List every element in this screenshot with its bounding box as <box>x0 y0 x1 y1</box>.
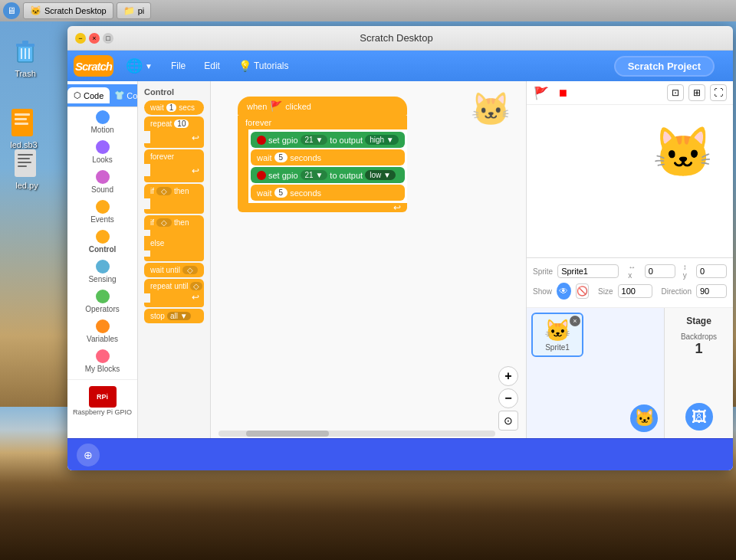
category-variables[interactable]: Variables <box>67 316 137 346</box>
zoom-in-button[interactable]: + <box>498 366 518 386</box>
stage-tab-panel: Stage Backdrops 1 🖼 <box>664 308 733 438</box>
palette-label: Control <box>141 86 207 98</box>
category-sensing[interactable]: Sensing <box>67 257 137 287</box>
taskbar-pi-item[interactable]: 📁 pi <box>117 2 152 19</box>
block-wait-5-2[interactable]: wait 5 seconds <box>251 185 405 201</box>
block-repeat-until[interactable]: repeat until ◇ ↩ <box>144 279 204 307</box>
file-menu-button[interactable]: File <box>165 57 192 74</box>
window-controls-left: − × □ <box>75 33 113 44</box>
code-tabs: ⬡ Code 👕 Costumes 🔊 Sounds <box>67 84 137 107</box>
category-motion[interactable]: Motion <box>67 107 137 137</box>
sprite-y-input[interactable] <box>696 264 727 278</box>
script-blocks: when 🚩 clicked forever <box>238 97 407 212</box>
block-forever[interactable]: forever ↩ <box>144 149 204 182</box>
menubar: Scratch 🌐 ▼ File Edit 💡 Tutorials <box>67 51 733 81</box>
trash-label: Trash <box>15 69 36 78</box>
hat-block-when-clicked[interactable]: when 🚩 clicked <box>238 97 407 116</box>
blocks-palette: Control wait 1 secs repeat 10 <box>138 81 211 438</box>
minimize-button[interactable]: − <box>75 33 86 44</box>
sprite-info-name-row: Sprite ↔ x ↕ y <box>533 263 727 280</box>
zoom-out-button[interactable]: − <box>498 388 518 408</box>
sprite-direction-input[interactable] <box>696 284 727 298</box>
hide-button[interactable]: 🚫 <box>576 283 589 299</box>
sprite1-thumb[interactable]: 🐱 Sprite1 × <box>531 313 583 357</box>
block-if-else[interactable]: if ◇ then else <box>144 215 204 261</box>
block-repeat[interactable]: repeat 10 ↩ <box>144 116 204 148</box>
forever-left-arm <box>238 129 248 203</box>
stage-canvas[interactable]: 🐱 <box>527 105 733 258</box>
sprite-info-panel: Sprite ↔ x ↕ y Show 👁 🚫 <box>527 258 733 308</box>
category-looks[interactable]: Looks <box>67 137 137 167</box>
stage-smaller-button[interactable]: ⊡ <box>667 84 684 101</box>
category-sound[interactable]: Sound <box>67 167 137 197</box>
svg-rect-1 <box>16 44 34 47</box>
rpi-icon-2 <box>257 171 266 180</box>
code-scrollbar[interactable] <box>219 431 495 437</box>
show-visible-button[interactable]: 👁 <box>557 283 571 300</box>
maximize-button[interactable]: □ <box>103 33 113 44</box>
stage-sprite-cat: 🐱 <box>652 124 714 182</box>
stage-bigger-button[interactable]: ⊞ <box>688 84 705 101</box>
block-wait-seconds[interactable]: wait 1 secs <box>144 100 204 115</box>
extension-bar: ⊕ <box>67 438 733 470</box>
green-flag-button[interactable]: 🚩 <box>533 84 550 101</box>
svg-rect-7 <box>15 113 30 116</box>
taskbar-scratch-item[interactable]: 🐱 Scratch Desktop <box>23 2 113 19</box>
events-dot <box>96 200 110 214</box>
block-stop-all[interactable]: stop all ▼ <box>144 309 204 323</box>
gpio-number-21-high: 21 ▼ <box>301 135 328 145</box>
add-sprite-button[interactable]: 🐱 <box>630 404 658 432</box>
scratch-window: − × □ Scratch Desktop Scratch 🌐 ▼ <box>67 26 733 470</box>
globe-menu-button[interactable]: 🌐 ▼ <box>120 54 159 77</box>
code-tab[interactable]: ⬡ Code <box>67 87 110 103</box>
script-stack: when 🚩 clicked forever <box>238 97 407 212</box>
add-backdrop-button[interactable]: 🖼 <box>685 403 713 431</box>
block-wait-5-1[interactable]: wait 5 seconds <box>251 149 405 165</box>
block-set-gpio-high[interactable]: set gpio 21 ▼ to output high ▼ <box>251 132 405 148</box>
backdrops-label: Backdrops <box>681 332 717 341</box>
forever-bottom-arrow: ↩ <box>393 202 401 213</box>
green-flag-icon: 🚩 <box>270 100 282 112</box>
stop-button[interactable]: ⏹ <box>554 84 571 101</box>
taskbar: 🖥 🐱 Scratch Desktop 📁 pi <box>0 0 736 21</box>
code-area[interactable]: when 🚩 clicked forever <box>211 81 526 438</box>
scratch-logo[interactable]: Scratch <box>74 55 113 77</box>
sprite-delete-button[interactable]: × <box>570 316 580 326</box>
trash-icon <box>9 35 41 67</box>
forever-block[interactable]: forever set gpio <box>238 116 407 212</box>
project-name-button[interactable]: Scratch Project <box>614 56 715 77</box>
category-gpio[interactable]: RPi Raspberry Pi GPIO <box>67 383 137 420</box>
svg-rect-13 <box>18 162 31 163</box>
gpio-icon: RPi <box>89 386 117 408</box>
add-extension-button[interactable]: ⊕ <box>77 444 100 467</box>
category-operators[interactable]: Operators <box>67 287 137 316</box>
sprite-size-input[interactable] <box>618 284 652 298</box>
taskbar-system-icon[interactable]: 🖥 <box>3 2 20 19</box>
costumes-tab[interactable]: 👕 Costumes <box>110 87 138 103</box>
stage-tab-button[interactable]: Stage <box>680 313 718 329</box>
close-button[interactable]: × <box>89 33 100 44</box>
python-file-icon <box>11 147 43 179</box>
block-wait-until[interactable]: wait until ◇ <box>144 263 204 277</box>
desktop-icon-led-py[interactable]: led.py <box>8 144 46 193</box>
backdrops-count: 1 <box>695 341 702 357</box>
category-events[interactable]: Events <box>67 197 137 227</box>
gpio-output-high: high ▼ <box>365 135 399 145</box>
sprite-x-input[interactable] <box>645 264 675 278</box>
category-myblocks[interactable]: My Blocks <box>67 346 137 376</box>
palette-blocks-list: wait 1 secs repeat 10 ↩ <box>141 100 207 323</box>
block-set-gpio-low[interactable]: set gpio 21 ▼ to output low ▼ <box>251 167 405 183</box>
sprite-name-input[interactable] <box>557 264 619 278</box>
fullscreen-button[interactable]: ⛶ <box>710 84 727 101</box>
scratch-app: Scratch 🌐 ▼ File Edit 💡 Tutorials <box>67 51 733 470</box>
edit-menu-button[interactable]: Edit <box>198 57 226 74</box>
code-scrollbar-thumb <box>246 431 329 437</box>
zoom-fit-button[interactable]: ⊙ <box>498 411 518 431</box>
category-control[interactable]: Control <box>67 227 137 257</box>
block-if-then[interactable]: if ◇ then <box>144 184 204 214</box>
desktop-icon-trash[interactable]: Trash <box>6 32 44 81</box>
sprite-list: 🐱 Sprite1 × 🐱 <box>527 308 664 438</box>
tutorials-menu-button[interactable]: 💡 Tutorials <box>232 57 295 75</box>
window-titlebar: − × □ Scratch Desktop <box>67 26 733 51</box>
zoom-controls: + − ⊙ <box>498 366 518 431</box>
